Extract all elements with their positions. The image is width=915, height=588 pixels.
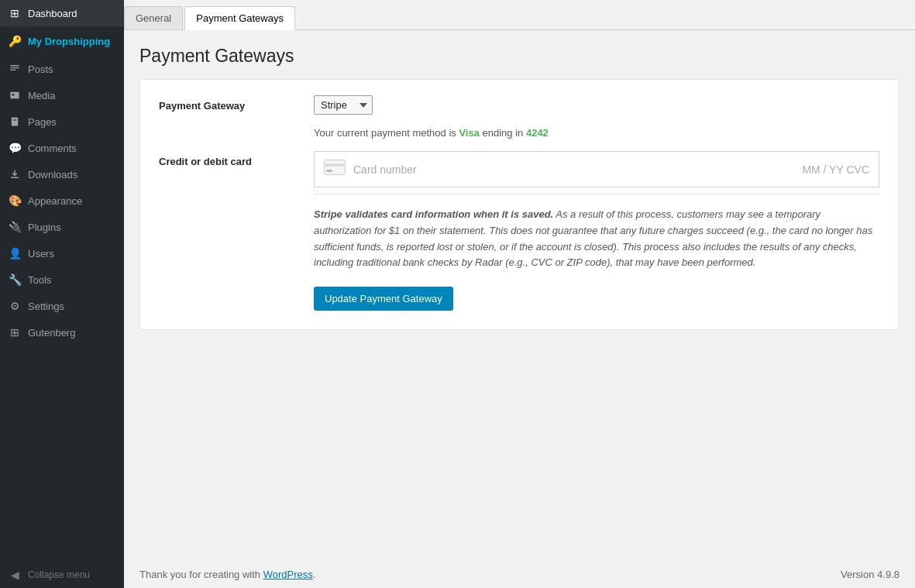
card-field: Card number MM / YY CVC	[314, 151, 879, 194]
sidebar-item-gutenberg[interactable]: ⊞ Gutenberg	[0, 319, 124, 346]
sidebar-item-tools[interactable]: 🔧 Tools	[0, 266, 124, 293]
page-title: Payment Gateways	[139, 46, 900, 67]
info-text-bold: Stripe validates card information when i…	[314, 208, 553, 220]
card-number-placeholder: Card number	[353, 163, 794, 176]
gateway-select[interactable]: Stripe PayPal Square	[314, 95, 373, 115]
gateway-label: Payment Gateway	[159, 95, 314, 112]
plugins-icon: 🔌	[8, 220, 22, 234]
payment-notice-prefix: Your current payment method is	[314, 127, 459, 139]
tab-payment-gateways[interactable]: Payment Gateways	[184, 6, 295, 30]
sidebar-label-media: Media	[28, 90, 55, 101]
sidebar-item-appearance[interactable]: 🎨 Appearance	[0, 187, 124, 214]
main-content: General Payment Gateways Payment Gateway…	[124, 0, 915, 588]
card-label: Credit or debit card	[159, 151, 314, 167]
footer-thanks-text: Thank you for creating with	[139, 569, 263, 580]
sidebar-item-pages[interactable]: Pages	[0, 108, 124, 135]
tabs-bar: General Payment Gateways	[124, 0, 915, 30]
gutenberg-icon: ⊞	[8, 325, 22, 339]
card-date-cvc: MM / YY CVC	[802, 163, 869, 176]
update-payment-gateway-button[interactable]: Update Payment Gateway	[314, 287, 453, 311]
svg-rect-6	[326, 170, 332, 172]
payment-notice: Your current payment method is Visa endi…	[159, 127, 879, 139]
media-icon	[8, 88, 22, 102]
card-input-area[interactable]: Card number MM / YY CVC	[314, 151, 879, 187]
payment-notice-middle: ending in	[480, 127, 526, 139]
sidebar: ⊞ Dashboard 🔑 My Dropshipping Posts Medi…	[0, 0, 124, 588]
sidebar-item-downloads[interactable]: Downloads	[0, 161, 124, 187]
sidebar-label-dashboard: Dashboard	[28, 8, 77, 19]
svg-point-1	[12, 94, 15, 96]
sidebar-item-settings[interactable]: ⚙ Settings	[0, 293, 124, 319]
page-content: Payment Gateways Payment Gateway Stripe …	[124, 30, 915, 561]
card-row: Credit or debit card Card number MM / YY…	[159, 151, 879, 194]
sidebar-item-posts[interactable]: Posts	[0, 56, 124, 82]
dashboard-icon: ⊞	[8, 6, 22, 20]
sidebar-label-settings: Settings	[28, 301, 64, 312]
collapse-label: Collapse menu	[28, 569, 90, 580]
sidebar-label-gutenberg: Gutenberg	[28, 327, 75, 339]
pages-icon	[8, 115, 22, 129]
sidebar-label-my-dropshipping: My Dropshipping	[28, 36, 110, 47]
sidebar-item-users[interactable]: 👤 Users	[0, 240, 124, 266]
gateway-row: Payment Gateway Stripe PayPal Square	[159, 95, 879, 115]
sidebar-label-posts: Posts	[28, 64, 53, 75]
sidebar-label-users: Users	[28, 248, 54, 260]
svg-rect-4	[325, 160, 346, 175]
settings-icon: ⚙	[8, 299, 22, 313]
comments-icon: 💬	[8, 141, 22, 155]
sidebar-label-downloads: Downloads	[28, 169, 77, 181]
collapse-icon: ◀	[8, 568, 22, 582]
downloads-icon	[8, 167, 22, 181]
sidebar-item-media[interactable]: Media	[0, 82, 124, 108]
sidebar-label-plugins: Plugins	[28, 222, 61, 233]
page-footer: Thank you for creating with WordPress. V…	[124, 561, 915, 588]
card-divider	[314, 194, 879, 194]
card-last4: 4242	[526, 127, 549, 139]
wordpress-link[interactable]: WordPress	[263, 569, 313, 580]
sidebar-label-comments: Comments	[28, 143, 77, 154]
sidebar-item-dashboard[interactable]: ⊞ Dashboard	[0, 0, 124, 26]
sidebar-item-my-dropshipping[interactable]: 🔑 My Dropshipping	[0, 26, 124, 56]
svg-rect-5	[324, 163, 346, 167]
sidebar-label-pages: Pages	[28, 116, 57, 128]
tab-general[interactable]: General	[124, 6, 183, 29]
card-icon	[324, 160, 346, 179]
footer-thanks: Thank you for creating with WordPress.	[139, 569, 315, 580]
info-text: Stripe validates card information when i…	[159, 207, 879, 271]
visa-brand: Visa	[459, 127, 480, 139]
dropshipping-icon: 🔑	[8, 34, 22, 48]
users-icon: 👤	[8, 246, 22, 260]
sidebar-item-comments[interactable]: 💬 Comments	[0, 135, 124, 161]
posts-icon	[8, 62, 22, 76]
collapse-menu-button[interactable]: ◀ Collapse menu	[0, 562, 124, 588]
appearance-icon: 🎨	[8, 194, 22, 208]
sidebar-item-plugins[interactable]: 🔌 Plugins	[0, 214, 124, 240]
gateway-field: Stripe PayPal Square	[314, 95, 879, 115]
svg-rect-0	[10, 92, 19, 98]
footer-version: Version 4.9.8	[841, 569, 900, 580]
form-card: Payment Gateway Stripe PayPal Square You…	[139, 79, 899, 330]
sidebar-label-appearance: Appearance	[28, 195, 82, 207]
sidebar-label-tools: Tools	[28, 274, 51, 286]
tools-icon: 🔧	[8, 273, 22, 287]
svg-rect-2	[12, 117, 18, 126]
